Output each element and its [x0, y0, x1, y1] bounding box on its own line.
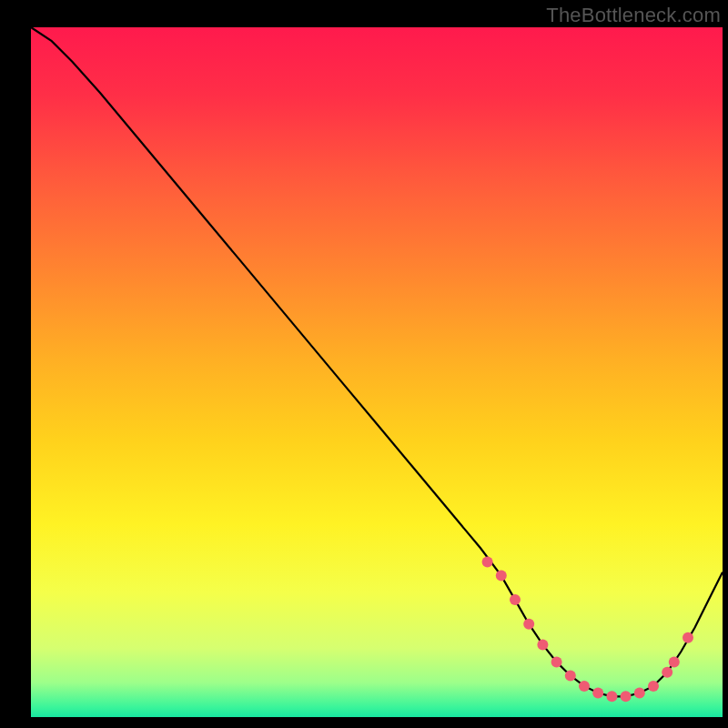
- curve-marker: [565, 671, 576, 682]
- curve-marker: [669, 656, 680, 667]
- curve-marker: [592, 688, 603, 699]
- plot-background: [31, 27, 723, 717]
- chart-frame: TheBottleneck.com: [0, 0, 728, 728]
- curve-marker: [662, 667, 672, 678]
- curve-marker: [579, 681, 590, 692]
- curve-marker: [606, 691, 617, 702]
- curve-marker: [482, 557, 493, 568]
- curve-marker: [634, 688, 645, 699]
- curve-marker: [496, 571, 507, 581]
- curve-marker: [537, 639, 548, 650]
- curve-marker: [621, 691, 632, 702]
- bottleneck-chart: [0, 0, 728, 728]
- curve-marker: [682, 632, 693, 643]
- curve-marker: [523, 619, 534, 630]
- attribution-text: TheBottleneck.com: [546, 4, 721, 27]
- curve-marker: [551, 656, 562, 667]
- curve-marker: [510, 594, 521, 605]
- curve-marker: [648, 681, 659, 692]
